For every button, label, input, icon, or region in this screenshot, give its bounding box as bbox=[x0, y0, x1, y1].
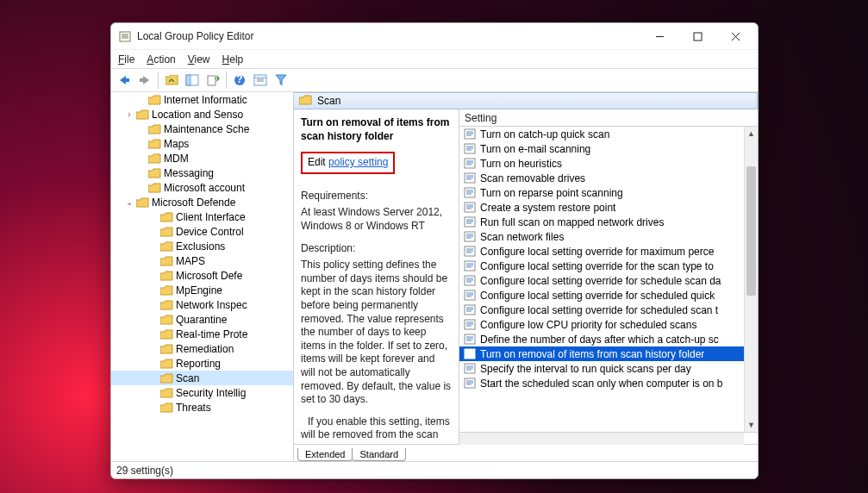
setting-item[interactable]: Define the number of days after which a … bbox=[459, 332, 758, 346]
setting-item[interactable]: Configure local setting override for max… bbox=[459, 244, 758, 259]
expand-icon[interactable]: › bbox=[123, 109, 135, 119]
tree-item[interactable]: Exclusions bbox=[111, 239, 293, 253]
tree-item[interactable]: Reporting bbox=[111, 356, 293, 371]
pane-header-label: Scan bbox=[317, 95, 340, 107]
tree-item[interactable]: Scan bbox=[111, 371, 293, 385]
policy-icon bbox=[463, 378, 477, 390]
setting-item[interactable]: Configure local setting override for the… bbox=[459, 259, 758, 273]
setting-item[interactable]: Configure low CPU priority for scheduled… bbox=[459, 317, 758, 332]
setting-item[interactable]: Turn on e-mail scanning bbox=[459, 141, 758, 156]
tree-item[interactable]: MDM bbox=[111, 151, 293, 165]
tree-item-label: Quarantine bbox=[176, 314, 227, 326]
export-button[interactable] bbox=[203, 71, 222, 90]
status-text: 29 setting(s) bbox=[116, 465, 173, 477]
policy-icon bbox=[463, 363, 477, 375]
setting-label: Turn on reparse point scanning bbox=[480, 187, 623, 199]
tree-item[interactable]: Client Interface bbox=[111, 209, 293, 224]
filter-button[interactable] bbox=[272, 71, 290, 90]
tree-item[interactable]: MpEngine bbox=[111, 283, 293, 297]
menu-help[interactable]: Help bbox=[222, 53, 244, 66]
menu-view[interactable]: View bbox=[188, 53, 210, 66]
policy-icon bbox=[463, 231, 477, 243]
folder-icon bbox=[159, 328, 173, 340]
toolbar-separator bbox=[226, 72, 227, 89]
tab-standard[interactable]: Standard bbox=[352, 448, 406, 461]
minimize-button[interactable] bbox=[640, 24, 678, 48]
tree-item[interactable]: Microsoft Defe bbox=[111, 268, 293, 283]
tree-item[interactable]: Threats bbox=[111, 400, 293, 415]
show-hide-tree-button[interactable] bbox=[183, 71, 202, 90]
tree-item[interactable]: Security Intellig bbox=[111, 385, 293, 400]
scroll-thumb[interactable] bbox=[746, 166, 756, 296]
tree-item[interactable]: Network Inspec bbox=[111, 297, 293, 312]
back-button[interactable] bbox=[115, 71, 134, 90]
tree-item[interactable]: Quarantine bbox=[111, 312, 293, 327]
titlebar[interactable]: Local Group Policy Editor bbox=[111, 23, 758, 49]
help-button[interactable]: ? bbox=[230, 71, 249, 90]
setting-item[interactable]: Create a system restore point bbox=[459, 200, 758, 215]
description-text-2: If you enable this setting, items will b… bbox=[301, 415, 452, 444]
settings-column-header[interactable]: Setting bbox=[459, 109, 758, 127]
tree-item[interactable]: Messaging bbox=[111, 165, 293, 180]
horizontal-scrollbar[interactable] bbox=[459, 433, 744, 445]
setting-item[interactable]: Scan network files bbox=[459, 229, 758, 244]
policy-icon bbox=[463, 128, 477, 140]
policy-icon bbox=[463, 275, 477, 287]
setting-item[interactable]: Configure local setting override for sch… bbox=[459, 288, 758, 303]
setting-item[interactable]: Scan removable drives bbox=[459, 171, 758, 185]
folder-icon bbox=[159, 270, 173, 282]
right-panel: Scan Turn on removal of items from scan … bbox=[294, 92, 758, 461]
tree-item[interactable]: ⌄Microsoft Defende bbox=[111, 195, 293, 209]
tree-item[interactable]: Maps bbox=[111, 136, 293, 151]
policy-icon bbox=[463, 172, 477, 184]
nav-tree[interactable]: Internet Informatic›Location and SensoMa… bbox=[111, 92, 294, 461]
setting-item[interactable]: Turn on removal of items from scan histo… bbox=[459, 346, 758, 361]
settings-list[interactable]: Turn on catch-up quick scanTurn on e-mai… bbox=[459, 127, 758, 432]
app-icon bbox=[118, 29, 132, 43]
setting-item[interactable]: Turn on catch-up quick scan bbox=[459, 127, 758, 141]
setting-label: Run full scan on mapped network drives bbox=[480, 216, 664, 228]
setting-item[interactable]: Specify the interval to run quick scans … bbox=[459, 361, 758, 376]
forward-button[interactable] bbox=[135, 71, 154, 90]
tree-item[interactable]: MAPS bbox=[111, 253, 293, 268]
menu-file[interactable]: File bbox=[118, 53, 134, 66]
vertical-scrollbar[interactable]: ▲ ▼ bbox=[744, 127, 758, 432]
tree-item[interactable]: Microsoft account bbox=[111, 180, 293, 195]
setting-item[interactable]: Run full scan on mapped network drives bbox=[459, 215, 758, 229]
edit-policy-box: Edit policy setting bbox=[301, 152, 395, 174]
edit-policy-link[interactable]: policy setting bbox=[328, 156, 388, 168]
svg-rect-11 bbox=[186, 75, 190, 85]
setting-label: Configure low CPU priority for scheduled… bbox=[480, 319, 696, 331]
setting-label: Turn on e-mail scanning bbox=[480, 143, 590, 155]
setting-label: Configure local setting override for sch… bbox=[480, 304, 718, 316]
properties-button[interactable] bbox=[251, 71, 270, 90]
tree-item[interactable]: Real-time Prote bbox=[111, 327, 293, 341]
folder-icon bbox=[159, 358, 173, 370]
folder-icon bbox=[147, 94, 161, 106]
setting-item[interactable]: Configure local setting override for sch… bbox=[459, 273, 758, 288]
setting-item[interactable]: Configure local setting override for sch… bbox=[459, 303, 758, 317]
tree-item[interactable]: Remediation bbox=[111, 341, 293, 356]
expand-icon[interactable]: ⌄ bbox=[123, 197, 135, 207]
scroll-up-button[interactable]: ▲ bbox=[745, 127, 758, 140]
up-button[interactable] bbox=[162, 71, 181, 90]
close-button[interactable] bbox=[716, 24, 754, 48]
tab-extended[interactable]: Extended bbox=[297, 448, 353, 461]
menu-action[interactable]: Action bbox=[147, 53, 175, 66]
tree-item[interactable]: ›Location and Senso bbox=[111, 107, 293, 122]
policy-icon bbox=[463, 304, 477, 316]
folder-icon bbox=[159, 372, 173, 384]
maximize-button[interactable] bbox=[678, 24, 716, 48]
tree-item[interactable]: Maintenance Sche bbox=[111, 122, 293, 136]
window-title: Local Group Policy Editor bbox=[137, 30, 640, 42]
tree-item[interactable]: Internet Informatic bbox=[111, 92, 293, 107]
tree-item-label: Real-time Prote bbox=[176, 328, 247, 340]
setting-item[interactable]: Turn on reparse point scanning bbox=[459, 185, 758, 200]
folder-icon bbox=[147, 153, 161, 165]
setting-item[interactable]: Turn on heuristics bbox=[459, 156, 758, 171]
setting-label: Scan removable drives bbox=[480, 172, 585, 184]
setting-label: Configure local setting override for the… bbox=[480, 260, 714, 272]
scroll-down-button[interactable]: ▼ bbox=[745, 418, 758, 432]
tree-item[interactable]: Device Control bbox=[111, 224, 293, 239]
setting-item[interactable]: Start the scheduled scan only when compu… bbox=[459, 376, 758, 390]
